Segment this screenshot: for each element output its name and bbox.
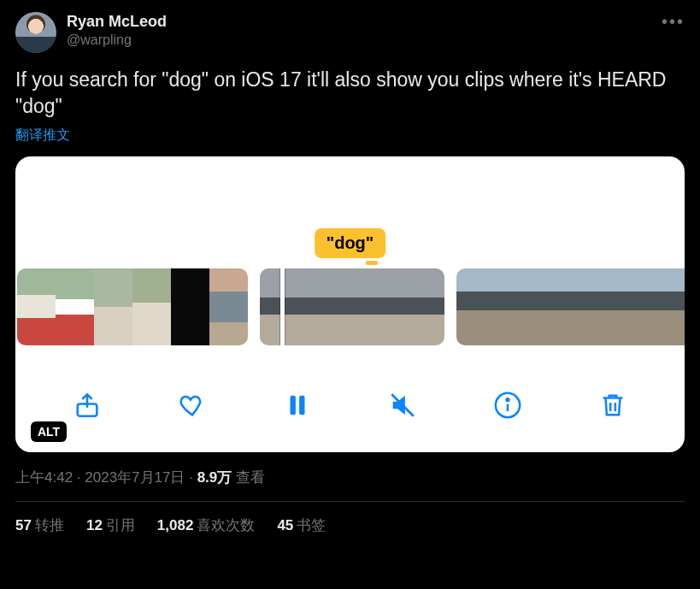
likes-count: 1,082	[157, 517, 194, 533]
tweet-time[interactable]: 上午4:42	[15, 469, 73, 486]
clip-strip[interactable]	[17, 268, 248, 345]
trash-icon[interactable]	[598, 391, 627, 420]
quotes-label: 引用	[106, 517, 135, 533]
author-username: @warpling	[67, 32, 167, 49]
alt-badge[interactable]: ALT	[31, 421, 67, 442]
mute-icon[interactable]	[388, 391, 417, 420]
author-names[interactable]: Ryan McLeod @warpling	[67, 12, 167, 49]
timeline-frame	[398, 268, 444, 345]
timeline-frame	[17, 268, 56, 345]
heart-icon[interactable]	[178, 391, 207, 420]
timeline-frame	[648, 268, 685, 345]
video-timeline[interactable]	[15, 268, 685, 345]
bookmarks-count: 45	[277, 517, 293, 533]
retweets-label: 转推	[35, 517, 64, 533]
timeline-frame	[94, 268, 132, 345]
timeline-frame	[352, 268, 398, 345]
tweet-meta: 上午4:42 · 2023年7月17日 · 8.9万 查看	[15, 468, 685, 487]
tweet-header: Ryan McLeod @warpling •••	[15, 12, 685, 53]
timeline-frame	[56, 268, 94, 345]
share-icon[interactable]	[73, 391, 102, 420]
timeline-frame	[209, 268, 248, 345]
views-count: 8.9万	[197, 469, 232, 486]
timeline-frame	[132, 268, 171, 345]
quotes-count: 12	[86, 517, 103, 533]
quotes-stat[interactable]: 12引用	[86, 515, 135, 535]
likes-label: 喜欢次数	[197, 517, 255, 533]
svg-rect-1	[290, 396, 295, 415]
bookmarks-stat[interactable]: 45书签	[277, 515, 326, 535]
tweet-stats: 57转推 12引用 1,082喜欢次数 45书签	[15, 502, 685, 535]
timeline-frame	[171, 268, 209, 345]
svg-point-6	[507, 398, 509, 401]
timeline-frame	[600, 268, 648, 345]
more-options-button[interactable]: •••	[662, 12, 685, 32]
timeline-frame	[504, 268, 552, 345]
info-icon[interactable]	[493, 391, 522, 420]
media-toolbar	[15, 391, 685, 420]
media-attachment[interactable]: "dog"	[15, 156, 685, 452]
playhead[interactable]	[280, 268, 285, 345]
tweet-container: Ryan McLeod @warpling ••• If you search …	[0, 0, 700, 535]
timeline-frame	[306, 268, 352, 345]
playhead-marker	[366, 261, 378, 265]
search-keyword-tooltip: "dog"	[315, 228, 386, 258]
timeline-frame	[552, 268, 600, 345]
tweet-text: If you search for "dog" on iOS 17 it'll …	[15, 67, 685, 120]
author-display-name: Ryan McLeod	[67, 12, 167, 32]
retweets-stat[interactable]: 57转推	[15, 515, 64, 535]
pause-icon[interactable]	[283, 391, 312, 420]
avatar[interactable]	[15, 12, 56, 53]
clip-strip[interactable]	[456, 268, 685, 345]
views-label: 查看	[236, 469, 265, 486]
clip-strip-active[interactable]	[260, 268, 444, 345]
translate-link[interactable]: 翻译推文	[15, 127, 685, 144]
likes-stat[interactable]: 1,082喜欢次数	[157, 515, 256, 535]
bookmarks-label: 书签	[297, 517, 326, 533]
tweet-date[interactable]: 2023年7月17日	[85, 469, 185, 486]
timeline-frame	[456, 268, 504, 345]
retweets-count: 57	[15, 517, 32, 533]
svg-rect-2	[299, 396, 304, 415]
